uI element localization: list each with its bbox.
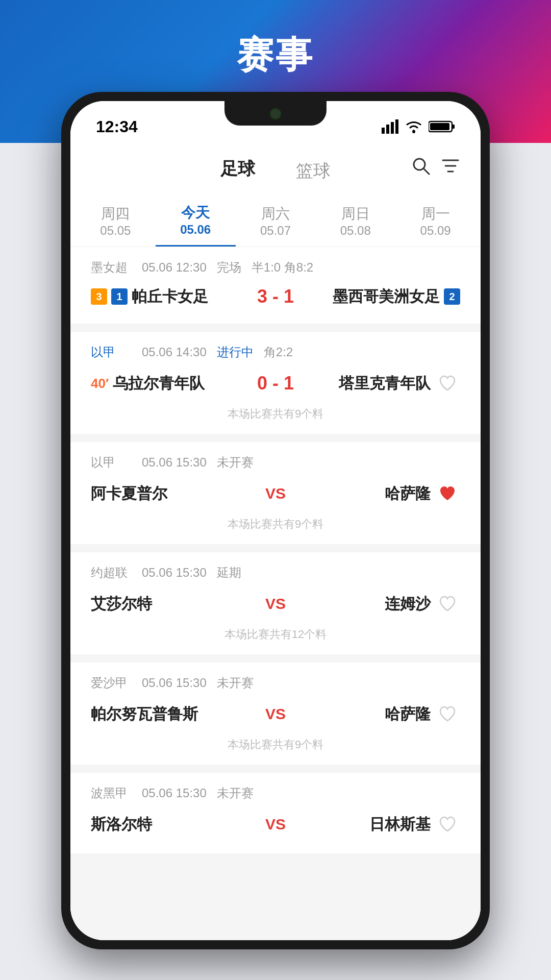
tab-football[interactable]: 足球 xyxy=(200,152,276,190)
favorite-btn-4[interactable] xyxy=(435,591,460,617)
match-status-2: 进行中 xyxy=(217,344,254,360)
match-stats-1: 半1:0 角8:2 xyxy=(252,259,313,276)
day-tab-sat[interactable]: 周六 05.07 xyxy=(236,196,316,246)
wifi-icon xyxy=(405,119,422,134)
tab-basketball[interactable]: 篮球 xyxy=(276,154,351,188)
nav-icons xyxy=(411,156,460,180)
match-body-4: 艾莎尔特 VS 连姆沙 xyxy=(91,587,460,621)
score-area-5: VS xyxy=(235,705,316,723)
team-away-6: 日林斯基 xyxy=(316,812,460,837)
home-team-6: 斯洛尔特 xyxy=(91,814,152,835)
match-card-6[interactable]: 波黑甲 05.06 15:30 未开赛 斯洛尔特 VS 日林斯基 xyxy=(70,773,481,853)
svg-rect-7 xyxy=(430,123,449,130)
vs-text-3: VS xyxy=(265,485,286,502)
team-home-5: 帕尔努瓦普鲁斯 xyxy=(91,704,235,725)
heart-filled-icon-3 xyxy=(438,484,457,503)
signal-icon xyxy=(382,119,399,134)
match-body-3: 阿卡夏普尔 VS 哈萨隆 xyxy=(91,477,460,510)
match-header-2: 以甲 05.06 14:30 进行中 角2:2 xyxy=(91,344,460,360)
team-home-4: 艾莎尔特 xyxy=(91,594,235,615)
team-away-5: 哈萨隆 xyxy=(316,701,460,727)
home-team-1: 帕丘卡女足 xyxy=(132,286,208,307)
team-home-1: 3 1 帕丘卡女足 xyxy=(91,286,235,307)
day-tab-today[interactable]: 今天 05.06 xyxy=(156,195,236,247)
match-header-5: 爱沙甲 05.06 15:30 未开赛 xyxy=(91,675,460,691)
content-area: 足球 篮球 xyxy=(70,142,481,940)
svg-point-4 xyxy=(412,130,415,133)
svg-rect-2 xyxy=(391,122,394,134)
search-icon[interactable] xyxy=(411,156,431,180)
match-time-2: 05.06 14:30 xyxy=(142,345,207,359)
day-tabs: 周四 05.05 今天 05.06 周六 05.07 周日 05.08 周一 xyxy=(70,195,481,247)
score-area-6: VS xyxy=(235,816,316,833)
favorite-btn-2[interactable] xyxy=(435,371,460,396)
match-card-2[interactable]: 以甲 05.06 14:30 进行中 角2:2 40′ 乌拉尔青年队 0 - 1 xyxy=(70,332,481,434)
team-home-6: 斯洛尔特 xyxy=(91,814,235,835)
score-2: 0 - 1 xyxy=(257,373,294,394)
match-card-5[interactable]: 爱沙甲 05.06 15:30 未开赛 帕尔努瓦普鲁斯 VS 哈萨隆 xyxy=(70,663,481,765)
score-area-3: VS xyxy=(235,485,316,502)
favorite-btn-5[interactable] xyxy=(435,701,460,727)
team-away-3: 哈萨隆 xyxy=(316,481,460,506)
match-footer-5: 本场比赛共有9个料 xyxy=(91,737,460,752)
away-team-4: 连姆沙 xyxy=(385,594,431,615)
vs-text-4: VS xyxy=(265,595,286,612)
match-header-3: 以甲 05.06 15:30 未开赛 xyxy=(91,454,460,471)
battery-icon xyxy=(429,119,455,134)
match-header-6: 波黑甲 05.06 15:30 未开赛 xyxy=(91,785,460,801)
away-team-2: 塔里克青年队 xyxy=(339,373,431,394)
heart-empty-icon-4 xyxy=(438,595,457,613)
match-stats-2: 角2:2 xyxy=(264,344,293,360)
top-nav: 足球 篮球 xyxy=(70,142,481,195)
favorite-btn-6[interactable] xyxy=(435,812,460,837)
notch xyxy=(224,101,327,126)
heart-empty-icon-2 xyxy=(438,374,457,393)
svg-rect-1 xyxy=(386,125,389,134)
match-header-1: 墨女超 05.06 12:30 完场 半1:0 角8:2 xyxy=(91,259,460,276)
match-card-1[interactable]: 墨女超 05.06 12:30 完场 半1:0 角8:2 3 1 帕丘卡女足 3… xyxy=(70,247,481,324)
match-time-1: 05.06 12:30 xyxy=(142,260,207,275)
match-body-1: 3 1 帕丘卡女足 3 - 1 墨西哥美洲女足 2 xyxy=(91,282,460,311)
day-tab-mon[interactable]: 周一 05.09 xyxy=(395,196,475,246)
match-status-3: 未开赛 xyxy=(217,454,254,471)
score-1: 3 - 1 xyxy=(257,286,294,307)
league-name-1: 墨女超 xyxy=(91,259,132,276)
home-team-4: 艾莎尔特 xyxy=(91,594,152,615)
day-tab-sun[interactable]: 周日 05.08 xyxy=(315,196,395,246)
phone-frame: 12:34 xyxy=(61,92,490,949)
match-list: 墨女超 05.06 12:30 完场 半1:0 角8:2 3 1 帕丘卡女足 3… xyxy=(70,247,481,940)
heart-empty-icon-5 xyxy=(438,705,457,723)
phone-screen: 12:34 xyxy=(70,101,481,940)
match-time-5: 05.06 15:30 xyxy=(142,676,207,690)
home-team-2: 乌拉尔青年队 xyxy=(113,373,205,394)
league-name-2: 以甲 xyxy=(91,344,132,360)
match-status-1: 完场 xyxy=(217,259,241,276)
match-footer-3: 本场比赛共有9个料 xyxy=(91,517,460,532)
day-tab-thu[interactable]: 周四 05.05 xyxy=(76,196,156,246)
match-card-3[interactable]: 以甲 05.06 15:30 未开赛 阿卡夏普尔 VS 哈萨隆 xyxy=(70,442,481,544)
away-team-5: 哈萨隆 xyxy=(385,704,431,725)
status-time: 12:34 xyxy=(96,117,138,136)
vs-text-5: VS xyxy=(265,705,286,722)
match-body-5: 帕尔努瓦普鲁斯 VS 哈萨隆 xyxy=(91,697,460,731)
score-area-4: VS xyxy=(235,595,316,612)
league-name-6: 波黑甲 xyxy=(91,785,132,801)
league-name-4: 约超联 xyxy=(91,565,132,581)
match-card-4[interactable]: 约超联 05.06 15:30 延期 艾莎尔特 VS 连姆沙 xyxy=(70,552,481,654)
status-bar: 12:34 xyxy=(70,101,481,142)
status-icons xyxy=(382,119,455,134)
match-status-6: 未开赛 xyxy=(217,785,254,801)
team-away-4: 连姆沙 xyxy=(316,591,460,617)
camera xyxy=(270,108,281,119)
svg-rect-0 xyxy=(382,128,385,134)
match-body-2: 40′ 乌拉尔青年队 0 - 1 塔里克青年队 xyxy=(91,366,460,400)
svg-rect-3 xyxy=(395,119,398,134)
away-rank-1: 2 xyxy=(444,288,460,305)
match-body-6: 斯洛尔特 VS 日林斯基 xyxy=(91,807,460,841)
favorite-btn-3[interactable] xyxy=(435,481,460,506)
team-away-2: 塔里克青年队 xyxy=(316,371,460,396)
svg-line-9 xyxy=(423,168,429,174)
team-home-2: 40′ 乌拉尔青年队 xyxy=(91,373,235,394)
match-footer-4: 本场比赛共有12个料 xyxy=(91,627,460,642)
filter-icon[interactable] xyxy=(441,156,460,180)
